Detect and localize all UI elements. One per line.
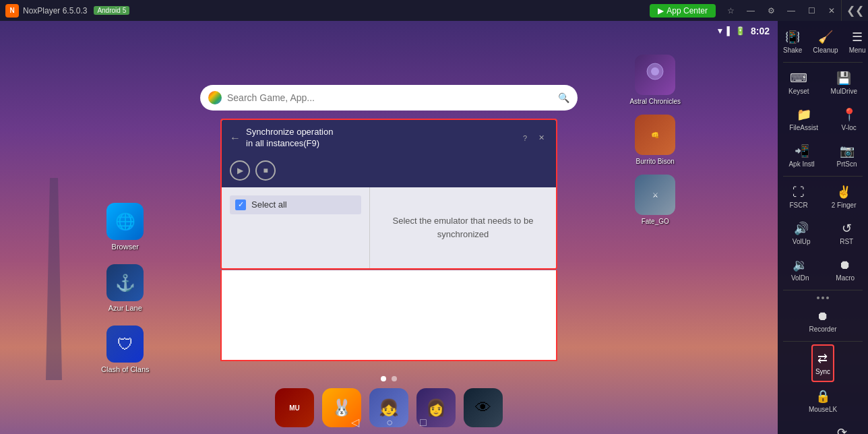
sidebar-item-keyset[interactable]: ⌨ Keyset — [786, 65, 812, 100]
sidebar-item-shake[interactable]: 📳 Shake — [780, 24, 805, 59]
sidebar-item-macro[interactable]: ⏺ Macro — [833, 252, 857, 287]
sync-dialog-extension — [220, 270, 557, 361]
sidebar-item-recorder[interactable]: ⏺ Recorder — [806, 304, 839, 338]
svg-point-1 — [651, 67, 659, 75]
bookmark-button[interactable]: ☆ — [721, 0, 740, 21]
burrito-bison-icon[interactable]: 👊 Burrito Bison — [629, 115, 681, 165]
signal-icon: ▌ — [726, 26, 733, 36]
sidebar-item-fscr[interactable]: ⛶ FSCR — [787, 179, 811, 214]
close-button[interactable]: ✕ — [822, 0, 841, 21]
sync-title-left: ← Synchronize operation in all instances… — [230, 127, 333, 150]
sidebar-item-rst[interactable]: ↺ RST — [837, 216, 856, 251]
prtscn-icon: 📷 — [840, 144, 855, 158]
sync-toolbar: ▶ ■ — [222, 156, 556, 187]
sidebar-more-dots[interactable] — [778, 292, 868, 303]
apkinstl-label: Apk Instl — [788, 160, 814, 168]
sidebar-item-apkinstl[interactable]: 📲 Apk Instl — [786, 138, 817, 173]
dock-icon-mu[interactable]: MU — [275, 388, 314, 427]
back-button[interactable]: ❮❮ — [841, 0, 868, 21]
search-input[interactable] — [227, 92, 553, 103]
burrito-icon-img: 👊 — [635, 115, 675, 155]
home-nav-button[interactable]: ○ — [386, 416, 393, 429]
sidebar-item-prtscn[interactable]: 📷 PrtScn — [834, 138, 860, 173]
sync-hint-text: Select the emulator that needs to be syn… — [378, 214, 548, 241]
sidebar-item-menu[interactable]: ☰ Menu — [846, 24, 868, 59]
sync-body: ✓ Select all Select the emulator that ne… — [222, 187, 556, 268]
sidebar-item-2finger[interactable]: ✌ 2 Finger — [829, 179, 859, 214]
keyset-icon: ⌨ — [790, 71, 807, 86]
minimize-button[interactable]: — — [741, 0, 760, 21]
macro-icon: ⏺ — [839, 258, 851, 272]
recents-nav-button[interactable]: □ — [420, 416, 427, 429]
sync-dialog-titlebar: ← Synchronize operation in all instances… — [222, 120, 556, 156]
clash-of-clans-icon[interactable]: 🛡 Clash of Clans — [101, 326, 150, 373]
settings-button[interactable]: ⚙ — [762, 0, 780, 21]
menu-icon: ☰ — [852, 30, 863, 44]
burrito-label: Burrito Bison — [636, 158, 675, 165]
page-dot-2[interactable] — [392, 376, 397, 381]
azur-label: Azur Lane — [108, 304, 142, 312]
window-controls: ☆ — ⚙ — ☐ ✕ — [721, 0, 841, 21]
fate-go-icon[interactable]: ⚔ Fate_GO — [629, 175, 681, 225]
volup-icon: 🔊 — [794, 221, 809, 236]
dot-2 — [822, 297, 824, 299]
sidebar-item-fileassist[interactable]: 📁 FileAssist — [786, 102, 821, 137]
rst-label: RST — [840, 238, 853, 245]
prtscn-label: PrtScn — [837, 160, 857, 168]
sidebar-item-voldn[interactable]: 🔉 VolDn — [788, 252, 812, 287]
sync-play-button[interactable]: ▶ — [230, 160, 250, 181]
sync-right-panel: Select the emulator that needs to be syn… — [370, 187, 556, 268]
status-time: 8:02 — [751, 26, 770, 36]
page-dots — [381, 376, 397, 381]
sync-label: Sync — [815, 368, 830, 375]
home-sidebar-icon: ⌂ — [793, 431, 801, 435]
fate-icon-img: ⚔ — [635, 175, 675, 215]
nav-buttons: ◁ ○ □ — [351, 416, 426, 429]
fate-label: Fate_GO — [642, 218, 669, 225]
fscr-icon: ⛶ — [793, 185, 805, 199]
back-nav-button[interactable]: ◁ — [351, 416, 359, 429]
macro-label: Macro — [836, 274, 855, 282]
cleanup-label: Cleanup — [813, 46, 838, 54]
google-play-icon — [208, 91, 222, 104]
app-center-button[interactable]: ▶ App Center — [650, 4, 716, 18]
vloc-icon: 📍 — [842, 107, 857, 122]
sidebar-item-cleanup[interactable]: 🧹 Cleanup — [810, 24, 840, 59]
right-sidebar: 📳 Shake 🧹 Cleanup ☰ Menu ⌨ Keyset 💾 MulD… — [778, 21, 868, 434]
shake-label: Shake — [783, 46, 802, 54]
play-icon: ▶ — [658, 6, 664, 16]
sidebar-item-mouselk[interactable]: 🔒 MouseLK — [806, 383, 840, 418]
sidebar-item-sync[interactable]: ⇄ Sync — [811, 344, 834, 382]
vloc-label: V-loc — [842, 124, 857, 131]
sidebar-item-muldrive[interactable]: 💾 MulDrive — [828, 65, 860, 100]
sidebar-item-vloc[interactable]: 📍 V-loc — [839, 102, 859, 137]
sidebar-item-volup[interactable]: 🔊 VolUp — [790, 216, 813, 251]
sync-dialog-controls: ? ✕ — [518, 131, 548, 145]
select-all-label: Select all — [251, 199, 287, 210]
browser-icon-img: 🌐 — [106, 203, 144, 240]
mouselk-label: MouseLK — [809, 406, 837, 413]
search-bar[interactable]: 🔍 — [200, 85, 578, 111]
recorder-icon: ⏺ — [817, 309, 829, 323]
select-all-row[interactable]: ✓ Select all — [230, 195, 361, 214]
azur-icon-img: ⚓ — [106, 264, 144, 301]
azur-lane-icon[interactable]: ⚓ Azur Lane — [101, 264, 150, 312]
recorder-label: Recorder — [809, 326, 836, 333]
sync-back-icon[interactable]: ← — [230, 132, 241, 144]
browser-icon[interactable]: 🌐 Browser — [101, 203, 150, 251]
select-all-checkbox[interactable]: ✓ — [235, 199, 246, 210]
restore-button[interactable]: ☐ — [802, 0, 821, 21]
sidebar-item-home[interactable]: ⌂ — [790, 420, 803, 434]
sync-stop-button[interactable]: ■ — [255, 160, 276, 181]
sidebar-item-rotate[interactable]: ⟳ Rotate — [830, 420, 855, 434]
wifi-icon: ▼ — [716, 26, 724, 36]
status-bar: ▼ ▌ 🔋 8:02 — [0, 21, 778, 41]
muldrive-icon: 💾 — [836, 71, 851, 86]
page-dot-1[interactable] — [381, 376, 386, 381]
window-minimize-button[interactable]: — — [782, 0, 801, 21]
voldn-label: VolDn — [791, 274, 809, 282]
astral-chronicles-icon[interactable]: Astral Chronicles — [629, 55, 681, 105]
sync-close-button[interactable]: ✕ — [534, 131, 548, 145]
dock-icon-dark[interactable]: 👁 — [464, 388, 503, 427]
sync-help-button[interactable]: ? — [518, 131, 532, 145]
